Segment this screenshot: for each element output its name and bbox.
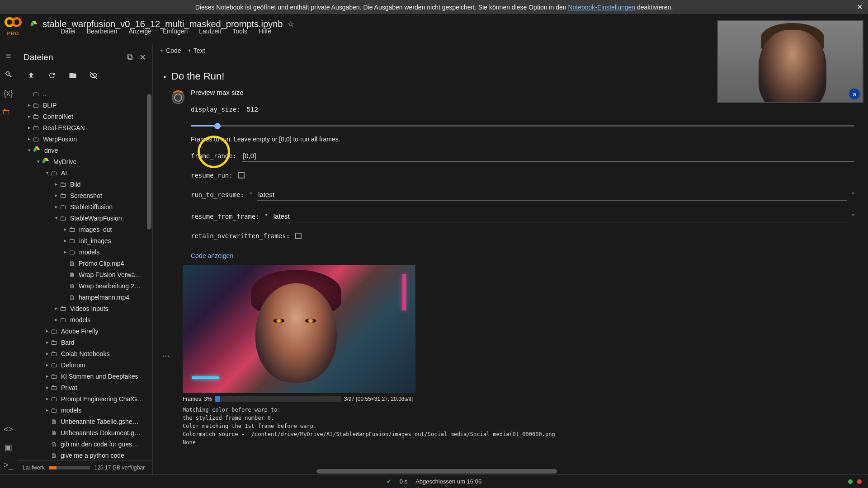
folder-item[interactable]: ▸🗀Privat bbox=[17, 382, 152, 393]
frame-range-input[interactable] bbox=[242, 150, 854, 162]
tree-label: .. bbox=[43, 90, 47, 98]
expander-icon[interactable]: ▾ bbox=[53, 215, 60, 221]
resume-run-checkbox[interactable] bbox=[238, 172, 245, 178]
expander-icon[interactable]: ▸ bbox=[44, 373, 51, 379]
menu-einfuegen[interactable]: Einfügen bbox=[163, 28, 188, 35]
folder-item[interactable]: ▸🗀Deforum bbox=[17, 359, 152, 371]
folder-item[interactable]: ▸🗀StableDiffusion bbox=[17, 201, 152, 212]
expander-icon[interactable]: ▸ bbox=[62, 249, 69, 255]
expander-icon[interactable]: ▾ bbox=[26, 147, 33, 153]
terminal-icon[interactable]: ▣ bbox=[5, 442, 12, 452]
display-size-label: display_size: bbox=[191, 106, 241, 113]
expander-icon[interactable]: ▸ bbox=[53, 192, 60, 198]
folder-item[interactable]: ▸🗀init_images bbox=[17, 235, 152, 246]
expander-icon[interactable]: ▸ bbox=[53, 204, 60, 210]
folder-item[interactable]: ▾drive bbox=[17, 145, 152, 156]
menu-icon[interactable]: ≡ bbox=[6, 51, 11, 61]
mount-drive-icon[interactable] bbox=[69, 71, 77, 82]
expander-icon[interactable]: ▸ bbox=[44, 362, 51, 368]
expander-icon[interactable]: ▸ bbox=[26, 102, 33, 108]
expander-icon[interactable]: ▸ bbox=[44, 407, 51, 413]
expander-icon[interactable]: ▸ bbox=[26, 113, 33, 119]
expander-icon[interactable]: ▾ bbox=[35, 159, 42, 164]
expander-icon[interactable]: ▸ bbox=[44, 385, 51, 390]
folder-item[interactable]: ▸🗀models bbox=[17, 404, 152, 416]
refresh-icon[interactable] bbox=[48, 71, 56, 82]
expander-icon[interactable]: ▸ bbox=[53, 317, 60, 323]
upload-icon[interactable] bbox=[27, 71, 35, 82]
tree-scrollbar[interactable] bbox=[146, 94, 152, 461]
file-item[interactable]: 🗎give me a python code bbox=[17, 450, 152, 460]
expander-icon[interactable]: ▸ bbox=[44, 396, 51, 402]
expander-icon[interactable]: ▸ bbox=[44, 339, 51, 345]
more-icon[interactable]: ⋯ bbox=[162, 351, 170, 361]
folder-item[interactable]: ▸🗀Prompt Engineering ChatG… bbox=[17, 393, 152, 404]
file-tree[interactable]: 🗀..▸🗀BLIP▸🗀ControlNet▸🗀Real-ESRGAN▸🗀Warp… bbox=[17, 86, 152, 460]
folder-item[interactable]: ▸🗀images_out bbox=[17, 224, 152, 235]
run-to-resume-input[interactable] bbox=[257, 189, 847, 201]
shell-icon[interactable]: >_ bbox=[4, 460, 13, 470]
menu-datei[interactable]: Datei bbox=[61, 28, 75, 35]
display-size-slider[interactable] bbox=[191, 125, 854, 127]
folder-item[interactable]: ▾🗀AI bbox=[17, 167, 152, 178]
search-icon[interactable]: 🔍︎ bbox=[5, 70, 13, 80]
run-cell-button[interactable] bbox=[172, 91, 184, 104]
folder-item[interactable]: 🗀.. bbox=[17, 88, 152, 99]
close-icon[interactable]: ✕ bbox=[857, 3, 863, 11]
file-item[interactable]: 🗎Unbenanntes Dokument.g… bbox=[17, 427, 152, 438]
file-item[interactable]: 🗎gib mir den code für gues… bbox=[17, 438, 152, 450]
retain-frames-checkbox[interactable] bbox=[295, 233, 302, 239]
file-item[interactable]: 🗎Wrap FUsion Verwa… bbox=[17, 269, 152, 280]
expander-icon[interactable]: ▾ bbox=[44, 170, 51, 176]
menu-tools[interactable]: Tools bbox=[232, 28, 247, 35]
folder-item[interactable]: ▸🗀models bbox=[17, 314, 152, 325]
file-item[interactable]: 🗎hampelmann.mp4 bbox=[17, 291, 152, 303]
folder-item[interactable]: ▸🗀Colab Notebooks bbox=[17, 348, 152, 359]
files-icon[interactable]: 🗀 bbox=[0, 107, 14, 117]
display-size-input[interactable] bbox=[246, 103, 854, 115]
expander-icon[interactable]: ▸ bbox=[44, 351, 51, 357]
menu-bearbeiten[interactable]: Bearbeiten bbox=[87, 28, 118, 35]
expander-icon[interactable]: ▸ bbox=[62, 226, 69, 232]
folder-item[interactable]: ▸🗀WarpFusion bbox=[17, 133, 152, 145]
folder-item[interactable]: ▸🗀Real-ESRGAN bbox=[17, 122, 152, 133]
folder-item[interactable]: ▸🗀models bbox=[17, 246, 152, 258]
folder-item[interactable]: ▾MyDrive bbox=[17, 156, 152, 167]
notebook-settings-link[interactable]: Notebook-Einstellungen bbox=[568, 4, 635, 11]
variables-icon[interactable]: {x} bbox=[4, 89, 13, 98]
expander-icon[interactable]: ▸ bbox=[26, 125, 33, 131]
folder-item[interactable]: ▸🗀Bild bbox=[17, 178, 152, 190]
status-connected-icon[interactable] bbox=[848, 479, 853, 484]
menu-hilfe[interactable]: Hilfe bbox=[259, 28, 271, 35]
expander-icon[interactable]: ▸ bbox=[53, 181, 60, 187]
folder-item[interactable]: ▸🗀KI Stimmen und Deepfakes bbox=[17, 371, 152, 382]
folder-item[interactable]: ▾🗀StableWarpFusion bbox=[17, 212, 152, 224]
folder-item[interactable]: ▸🗀Bard bbox=[17, 337, 152, 348]
expander-icon[interactable]: ▸ bbox=[26, 136, 33, 142]
status-error-icon[interactable] bbox=[857, 479, 862, 484]
expander-icon[interactable]: ▸ bbox=[62, 238, 69, 244]
hidden-files-icon[interactable] bbox=[90, 71, 98, 82]
colab-logo[interactable]: PRO bbox=[5, 17, 22, 36]
show-code-link[interactable]: Code anzeigen bbox=[191, 252, 233, 259]
file-item[interactable]: 🗎Unbenannte Tabelle.gshe… bbox=[17, 416, 152, 427]
folder-item[interactable]: ▸🗀BLIP bbox=[17, 99, 152, 111]
add-code-button[interactable]: +Code bbox=[160, 47, 181, 54]
folder-item[interactable]: ▸🗀Videos Inputs bbox=[17, 303, 152, 314]
resume-from-frame-input[interactable] bbox=[273, 211, 847, 222]
folder-item[interactable]: ▸🗀Screenshot bbox=[17, 190, 152, 201]
menu-anzeige[interactable]: Anzeige bbox=[128, 28, 151, 35]
expander-icon[interactable]: ▸ bbox=[53, 305, 60, 311]
add-text-button[interactable]: +Text bbox=[188, 47, 205, 54]
file-item[interactable]: 🗎Wrap bearbeitung 2… bbox=[17, 280, 152, 291]
file-item[interactable]: 🗎Promo Clip.mp4 bbox=[17, 258, 152, 269]
horizontal-scrollbar[interactable] bbox=[316, 468, 660, 474]
new-window-icon[interactable]: ⧉ bbox=[127, 52, 133, 62]
folder-item[interactable]: ▸🗀Adobe Firefly bbox=[17, 325, 152, 337]
folder-item[interactable]: ▸🗀ControlNet bbox=[17, 111, 152, 122]
close-sidebar-icon[interactable]: ✕ bbox=[139, 52, 146, 62]
code-icon[interactable]: <> bbox=[4, 425, 13, 434]
caret-right-icon[interactable]: ▸ bbox=[164, 73, 167, 80]
menu-laufzeit[interactable]: Laufzeit bbox=[199, 28, 221, 35]
expander-icon[interactable]: ▸ bbox=[44, 328, 51, 334]
